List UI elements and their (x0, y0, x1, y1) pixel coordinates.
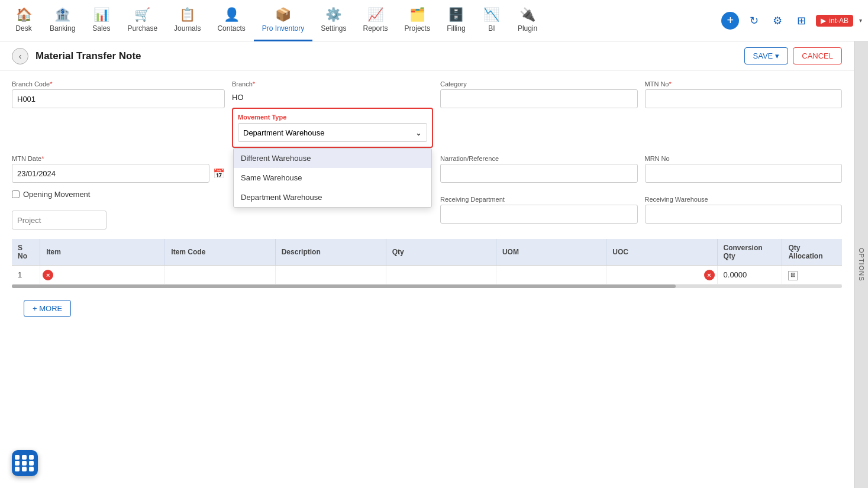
description-input[interactable] (282, 269, 380, 280)
col-item: Item (40, 239, 165, 266)
branch-code-input[interactable] (12, 89, 225, 108)
nav-item-filling[interactable]: 🗄️ Filling (438, 0, 474, 41)
narration-input[interactable] (440, 164, 638, 183)
cell-qty[interactable] (386, 266, 496, 285)
receiving-dept-label: Receiving Department (440, 196, 638, 203)
category-field: Category (440, 80, 638, 108)
col-description: Description (275, 239, 386, 266)
nav-label-filling: Filling (447, 24, 465, 33)
nav-label-sales: Sales (92, 24, 110, 33)
form-body: Branch Code* Branch* HO Movement Type (0, 71, 854, 334)
page-title: Material Transfer Note (36, 50, 744, 62)
col-qty-allocation: Qty Allocation (782, 239, 842, 266)
branch-value: HO (232, 89, 433, 105)
qty-input[interactable] (392, 269, 490, 280)
options-label: OPTIONS (858, 248, 865, 282)
cell-item-code[interactable] (165, 266, 275, 285)
mtn-no-field: MTN No* (645, 80, 843, 108)
item-input[interactable] (46, 269, 159, 280)
pro-inventory-icon: 📦 (275, 7, 291, 22)
options-sidebar: OPTIONS (854, 41, 868, 488)
fab-grid-icon (15, 455, 35, 471)
nav-item-bi[interactable]: 📉 BI (474, 0, 509, 41)
nav-item-desk[interactable]: 🏠 Desk (6, 0, 41, 41)
mrn-no-input[interactable] (645, 164, 843, 183)
scroll-thumb (12, 285, 676, 288)
cell-description[interactable] (275, 266, 386, 285)
youtube-label: int-AB (829, 17, 848, 25)
nav-label-journals: Journals (174, 24, 201, 33)
remove-uoc-button[interactable]: × (704, 270, 715, 280)
remove-item-button[interactable]: × (43, 270, 53, 280)
nav-item-journals[interactable]: 📋 Journals (166, 0, 209, 41)
form-actions: SAVE ▾ CANCEL (744, 47, 842, 64)
nav-item-settings[interactable]: ⚙️ Settings (312, 0, 354, 41)
nav-item-projects[interactable]: 🗂️ Projects (396, 0, 438, 41)
expand-icon[interactable]: ⊞ (788, 271, 798, 280)
uom-input[interactable] (502, 269, 600, 280)
nav-item-pro-inventory[interactable]: 📦 Pro Inventory (254, 0, 312, 41)
back-arrow-icon: ‹ (19, 51, 22, 61)
journals-icon: 📋 (179, 7, 195, 22)
category-input[interactable] (440, 89, 638, 108)
uoc-input[interactable] (612, 269, 711, 280)
gear-icon[interactable]: ⚙ (769, 12, 786, 30)
sales-icon: 📊 (93, 7, 109, 22)
opening-movement-label[interactable]: Opening Movement (23, 190, 90, 199)
fab-button[interactable] (12, 450, 38, 476)
plugin-icon: 🔌 (519, 7, 535, 22)
nav-item-sales[interactable]: 📊 Sales (83, 0, 119, 41)
purchase-icon: 🛒 (134, 7, 150, 22)
reports-icon: 📈 (367, 7, 383, 22)
left-section: Opening Movement (12, 190, 225, 230)
cell-qty-allocation[interactable]: ⊞ (782, 266, 842, 285)
receiving-dept-input[interactable] (440, 205, 638, 224)
nav-label-banking: Banking (50, 24, 75, 33)
nav-item-reports[interactable]: 📈 Reports (355, 0, 396, 41)
save-button[interactable]: SAVE ▾ (744, 47, 789, 64)
mtn-date-input[interactable] (12, 164, 209, 183)
movement-option-same-warehouse[interactable]: Same Warehouse (234, 168, 431, 188)
movement-option-different-warehouse[interactable]: Different Warehouse (234, 148, 431, 168)
account-dropdown-arrow[interactable]: ▾ (859, 17, 862, 24)
narration-label: Narration/Reference (440, 155, 638, 162)
add-button[interactable]: + (721, 12, 739, 30)
filling-icon: 🗄️ (448, 7, 464, 22)
grid-icon[interactable]: ⊞ (792, 12, 810, 30)
project-input[interactable] (12, 211, 107, 230)
nav-item-purchase[interactable]: 🛒 Purchase (119, 0, 166, 41)
more-button[interactable]: + MORE (24, 300, 71, 317)
youtube-badge[interactable]: ▶ int-AB (816, 15, 853, 27)
cell-item[interactable]: × (40, 266, 165, 285)
receiving-wh-input[interactable] (645, 205, 843, 224)
mtn-no-input[interactable] (645, 89, 843, 108)
item-code-input[interactable] (171, 269, 269, 280)
col-sno: S No (12, 239, 40, 266)
receiving-wh-label: Receiving Warehouse (645, 196, 843, 203)
branch-label: Branch* (232, 80, 433, 88)
cell-sno: 1 (12, 266, 40, 285)
nav-item-contacts[interactable]: 👤 Contacts (209, 0, 253, 41)
cell-uom[interactable] (496, 266, 606, 285)
movement-type-select[interactable]: Department Warehouse ⌄ (238, 123, 427, 142)
mtn-no-label: MTN No* (645, 80, 843, 88)
horizontal-scrollbar[interactable] (12, 285, 842, 288)
receiving-dept-field: Receiving Department (440, 196, 638, 224)
refresh-icon[interactable]: ↻ (745, 12, 763, 30)
nav-item-plugin[interactable]: 🔌 Plugin (509, 0, 546, 41)
cancel-button[interactable]: CANCEL (793, 47, 842, 64)
cell-uoc[interactable]: × (606, 266, 717, 285)
movement-option-department-warehouse[interactable]: Department Warehouse (234, 188, 431, 207)
opening-movement-checkbox[interactable] (12, 190, 20, 198)
form-row-1: Branch Code* Branch* HO Movement Type (12, 80, 842, 148)
col-conversion-qty: Conversion Qty (717, 239, 782, 266)
back-button[interactable]: ‹ (12, 48, 28, 64)
items-table: S No Item Item Code Description Qty UOM … (12, 239, 842, 285)
branch-movement-section: Branch* HO Movement Type Department Ware… (232, 80, 433, 148)
mrn-no-field: MRN No (645, 155, 843, 183)
category-label: Category (440, 80, 638, 88)
nav-item-banking[interactable]: 🏦 Banking (41, 0, 83, 41)
more-button-label: + MORE (33, 304, 62, 313)
calendar-icon[interactable]: 📅 (213, 168, 225, 179)
branch-code-label: Branch Code* (12, 80, 225, 88)
